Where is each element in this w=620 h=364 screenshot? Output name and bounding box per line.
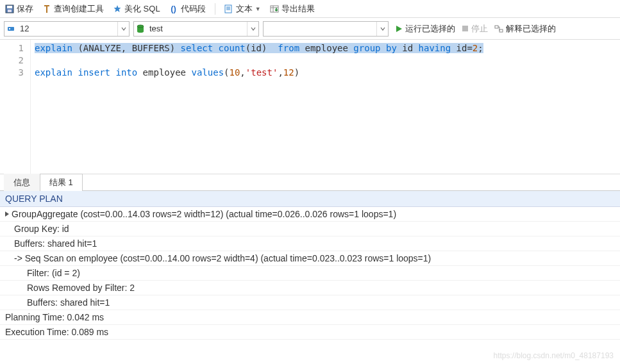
connection-value: 12 bbox=[17, 24, 117, 33]
query-builder-button[interactable]: 查询创建工具 bbox=[42, 3, 104, 15]
plan-row[interactable]: Filter: (id = 2) bbox=[0, 266, 620, 281]
connection-bar: 12 test 运行已选择的 停止 解释已选择的 bbox=[0, 18, 620, 40]
plan-row[interactable]: Buffers: shared hit=1 bbox=[0, 295, 620, 310]
tab-result-1[interactable]: 结果 1 bbox=[40, 174, 83, 191]
run-selected-button[interactable]: 运行已选择的 bbox=[395, 23, 455, 35]
explain-label: 解释已选择的 bbox=[506, 23, 556, 35]
svg-rect-1 bbox=[7, 6, 12, 8]
save-icon bbox=[5, 4, 14, 13]
plan-row[interactable]: Execution Time: 0.089 ms bbox=[0, 325, 620, 340]
svg-rect-2 bbox=[8, 10, 12, 12]
connection-icon bbox=[4, 24, 17, 33]
plan-row[interactable]: Rows Removed by Filter: 2 bbox=[0, 281, 620, 295]
code-line: explain insert into employee values(10,'… bbox=[35, 67, 616, 79]
plan-row[interactable]: Buffers: shared hit=1 bbox=[0, 236, 620, 251]
stop-label: 停止 bbox=[471, 23, 488, 35]
watermark: https://blog.csdn.net/m0_48187193 bbox=[494, 351, 614, 360]
plan-row[interactable]: Planning Time: 0.042 ms bbox=[0, 310, 620, 325]
run-label: 运行已选择的 bbox=[405, 23, 455, 35]
schema-combo[interactable] bbox=[263, 21, 389, 37]
plan-row[interactable]: GroupAggregate (cost=0.00..14.03 rows=2 … bbox=[0, 207, 620, 222]
svg-rect-9 bbox=[271, 6, 278, 12]
query-builder-label: 查询创建工具 bbox=[54, 3, 104, 15]
save-label: 保存 bbox=[17, 3, 33, 15]
save-button[interactable]: 保存 bbox=[5, 3, 33, 15]
snippet-icon: () bbox=[169, 4, 178, 13]
text-icon bbox=[224, 4, 233, 13]
chevron-down-icon bbox=[117, 22, 129, 36]
snippet-label: 代码段 bbox=[181, 3, 206, 15]
svg-rect-17 bbox=[495, 26, 498, 28]
svg-rect-4 bbox=[44, 5, 49, 6]
svg-rect-13 bbox=[9, 28, 10, 29]
export-label: 导出结果 bbox=[281, 3, 315, 15]
result-tabs: 信息 结果 1 bbox=[0, 174, 620, 191]
svg-rect-18 bbox=[499, 29, 503, 32]
tab-info[interactable]: 信息 bbox=[4, 174, 40, 191]
text-label: 文本 bbox=[236, 3, 253, 15]
dropdown-arrow-icon: ▼ bbox=[255, 6, 261, 12]
expand-icon[interactable] bbox=[5, 211, 9, 217]
query-plan-header: QUERY PLAN bbox=[0, 191, 620, 207]
explain-selected-button[interactable]: 解释已选择的 bbox=[494, 23, 556, 35]
chevron-down-icon bbox=[376, 22, 388, 36]
export-button[interactable]: 导出结果 bbox=[270, 3, 315, 15]
plan-row[interactable]: -> Seq Scan on employee (cost=0.00..14.0… bbox=[0, 251, 620, 266]
database-value: test bbox=[147, 24, 247, 33]
line-number: 2 bbox=[3, 54, 24, 67]
sql-editor[interactable]: 1 2 3 explain (ANALYZE, BUFFERS) select … bbox=[0, 40, 620, 174]
code-area[interactable]: explain (ANALYZE, BUFFERS) select count(… bbox=[31, 40, 620, 174]
database-combo[interactable]: test bbox=[133, 21, 259, 37]
code-line bbox=[35, 54, 616, 67]
svg-rect-12 bbox=[8, 27, 14, 31]
beautify-icon bbox=[113, 4, 122, 13]
line-number: 3 bbox=[3, 67, 24, 79]
beautify-button[interactable]: 美化 SQL bbox=[113, 3, 160, 15]
export-icon bbox=[270, 4, 279, 13]
query-plan: GroupAggregate (cost=0.00..14.03 rows=2 … bbox=[0, 207, 620, 340]
database-icon bbox=[134, 24, 147, 33]
stop-button: 停止 bbox=[462, 23, 488, 35]
line-number: 1 bbox=[3, 42, 24, 54]
code-line: explain (ANALYZE, BUFFERS) select count(… bbox=[35, 42, 616, 54]
query-builder-icon bbox=[42, 4, 51, 13]
stop-icon bbox=[462, 25, 469, 32]
text-button[interactable]: 文本 ▼ bbox=[224, 3, 261, 15]
svg-rect-5 bbox=[225, 5, 231, 13]
beautify-label: 美化 SQL bbox=[124, 3, 160, 15]
main-toolbar: 保存 查询创建工具 美化 SQL () 代码段 文本 ▼ 导出结果 bbox=[0, 0, 620, 18]
snippet-button[interactable]: () 代码段 bbox=[169, 3, 206, 15]
svg-rect-16 bbox=[462, 26, 468, 31]
line-gutter: 1 2 3 bbox=[0, 40, 31, 174]
plan-row[interactable]: Group Key: id bbox=[0, 222, 620, 236]
explain-icon bbox=[494, 24, 503, 33]
chevron-down-icon bbox=[247, 22, 258, 36]
play-icon bbox=[395, 25, 403, 33]
toolbar-divider bbox=[215, 3, 215, 15]
connection-combo[interactable]: 12 bbox=[4, 21, 130, 37]
